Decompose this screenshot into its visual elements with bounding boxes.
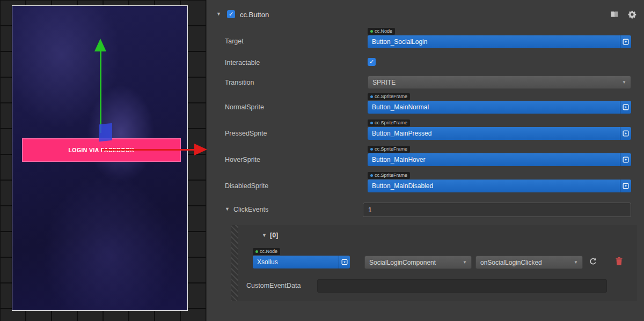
event-handler-dropdown[interactable]: onSocialLoginClicked ▼ [475,256,583,269]
gear-icon[interactable] [628,10,636,19]
chevron-down-icon: ▼ [463,260,467,265]
gizmo-center-handle[interactable] [99,123,112,142]
type-tag-label: cc.SpriteFrame [375,121,407,125]
type-tag-label: cc.SpriteFrame [375,173,407,178]
pressed-sprite-label: PressedSprite [225,130,267,137]
disabled-sprite-value[interactable]: Button_MainDisabled [368,180,620,192]
disabled-sprite-field[interactable]: Button_MainDisabled [368,180,631,192]
click-events-collapse-caret[interactable]: ▼ [225,207,230,212]
event-component-value: SocialLoginComponent [369,259,436,266]
asset-picker-icon[interactable] [620,180,631,192]
spriteframe-type-dot [370,95,373,98]
component-enabled-checkbox[interactable]: ✓ [227,10,235,18]
refresh-icon[interactable] [589,257,597,266]
click-events-count: 1 [368,206,372,214]
target-node-field[interactable]: Button_SocialLogin [368,35,631,48]
click-events-count-field[interactable]: 1 [363,203,631,217]
scene-view[interactable]: LOGIN VIA FACEBOOK [0,0,206,321]
transition-value: SPRITE [372,79,396,86]
click-event-item-panel: ▼ [0] cc.Node Xsollus SocialLoginCompone… [231,225,637,301]
docs-icon[interactable] [610,11,619,18]
spriteframe-type-dot [370,148,373,151]
target-label: Target [225,38,244,45]
gizmo-x-axis-arrowhead[interactable] [194,144,207,155]
asset-picker-icon[interactable] [620,127,631,140]
node-type-dot [370,30,373,33]
transition-label: Transition [225,79,254,86]
event-item-collapse-caret[interactable]: ▼ [262,233,267,238]
hover-sprite-value[interactable]: Button_MainHover [368,153,620,166]
asset-picker-icon[interactable] [620,101,631,114]
type-tag-label: cc.Node [260,249,277,254]
drag-handle-stripes[interactable] [231,225,238,301]
pressed-sprite-value[interactable]: Button_MainPressed [368,127,620,140]
hover-sprite-label: HoverSprite [225,156,260,163]
chevron-down-icon: ▼ [574,260,578,265]
pressed-sprite-field[interactable]: Button_MainPressed [368,127,631,140]
normal-sprite-label: NormalSprite [225,103,264,111]
click-events-label: ClickEvents [233,206,268,213]
type-tag-spriteframe: cc.SpriteFrame [368,93,410,100]
normal-sprite-field[interactable]: Button_MainNormal [368,101,631,114]
event-handler-value: onSocialLoginClicked [480,259,542,266]
component-title: cc.Button [240,11,269,19]
interactable-checkbox[interactable]: ✓ [368,58,376,66]
interactable-label: Interactable [225,59,260,66]
transition-dropdown[interactable]: SPRITE ▼ [368,76,631,89]
gizmo-y-axis-arrowhead[interactable] [94,39,106,51]
normal-sprite-value[interactable]: Button_MainNormal [368,101,620,114]
type-tag-label: cc.Node [375,29,392,34]
type-tag-spriteframe: cc.SpriteFrame [368,172,410,179]
type-tag-label: cc.SpriteFrame [375,94,407,99]
spriteframe-type-dot [370,174,373,177]
custom-event-data-input[interactable] [317,279,607,293]
node-type-dot [255,250,258,253]
type-tag-spriteframe: cc.SpriteFrame [368,120,410,126]
inspector-panel: ▼ ✓ cc.Button cc.Node Target Button_Soci… [206,0,644,321]
chevron-down-icon: ▼ [622,80,626,85]
node-picker-icon[interactable] [339,256,350,268]
trash-icon[interactable] [616,257,623,265]
spriteframe-type-dot [370,122,373,124]
event-item-index: [0] [270,232,278,239]
type-tag-node: cc.Node [368,28,395,35]
custom-event-data-label: CustomEventData [246,282,301,289]
disabled-sprite-label: DisabledSprite [225,182,268,190]
hover-sprite-field[interactable]: Button_MainHover [368,153,631,166]
node-picker-icon[interactable] [620,35,631,48]
gizmo-x-axis-line[interactable] [102,149,194,151]
component-collapse-caret[interactable]: ▼ [216,12,221,17]
event-target-node-value[interactable]: Xsollus [253,256,339,268]
type-tag-spriteframe: cc.SpriteFrame [368,146,410,153]
app-window: LOGIN VIA FACEBOOK ▼ ✓ cc.Button cc.Node… [0,0,644,321]
type-tag-node: cc.Node [253,248,280,255]
type-tag-label: cc.SpriteFrame [375,147,407,152]
event-component-dropdown[interactable]: SocialLoginComponent ▼ [364,256,472,269]
event-target-node-field[interactable]: Xsollus [253,256,350,268]
asset-picker-icon[interactable] [620,153,631,166]
target-node-value[interactable]: Button_SocialLogin [368,35,620,48]
gizmo-y-axis-line[interactable] [100,51,101,133]
